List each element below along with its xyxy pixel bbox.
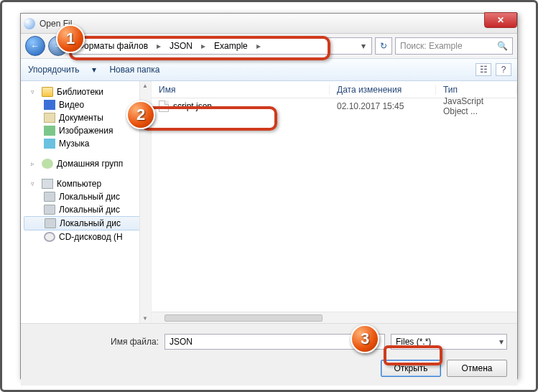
back-button[interactable]: ← bbox=[25, 36, 45, 56]
file-filter-dropdown[interactable]: Files (*.*)▾ bbox=[391, 334, 507, 350]
chevron-down-icon[interactable]: ▾ bbox=[357, 41, 370, 51]
chevron-down-icon: ▾ bbox=[92, 65, 96, 75]
sidebar-scrollbar[interactable] bbox=[139, 81, 151, 323]
images-icon bbox=[44, 126, 55, 136]
chevron-right-icon: ▸ bbox=[252, 41, 265, 51]
cancel-button[interactable]: Отмена bbox=[447, 360, 507, 377]
filename-label: Имя файла: bbox=[31, 337, 159, 347]
col-type[interactable]: Тип bbox=[436, 85, 517, 95]
refresh-icon: ↻ bbox=[380, 41, 387, 51]
refresh-button[interactable]: ↻ bbox=[375, 37, 392, 55]
file-name: script.json bbox=[173, 101, 212, 111]
open-file-dialog: Open Fil ✕ ← → Форматы файлов ▸ JSON ▸ E… bbox=[20, 13, 518, 379]
tree-disk-1[interactable]: Локальный дис bbox=[24, 190, 151, 203]
scroll-thumb[interactable] bbox=[164, 314, 323, 322]
filename-input[interactable]: JSON bbox=[164, 334, 385, 350]
crumb-2[interactable]: JSON bbox=[167, 39, 195, 52]
horizontal-scrollbar[interactable] bbox=[152, 312, 517, 323]
tree-documents[interactable]: Документы bbox=[24, 111, 151, 124]
tree-computer[interactable]: ▿Компьютер bbox=[24, 177, 151, 190]
chevron-right-icon: ▸ bbox=[152, 41, 165, 51]
window-title: Open Fil bbox=[40, 19, 72, 29]
disk-icon bbox=[44, 192, 55, 202]
close-button[interactable]: ✕ bbox=[484, 12, 517, 28]
nav-tree: ▿Библиотеки Видео Документы Изображения … bbox=[21, 81, 151, 248]
open-button[interactable]: Открыть bbox=[381, 360, 441, 377]
col-date[interactable]: Дата изменения bbox=[330, 85, 436, 95]
crumb-1[interactable]: Форматы файлов bbox=[75, 39, 151, 52]
dialog-body: ▿Библиотеки Видео Документы Изображения … bbox=[21, 81, 517, 324]
dialog-footer: Имя файла: JSON Files (*.*)▾ Открыть Отм… bbox=[21, 324, 517, 386]
tree-cd[interactable]: CD-дисковод (H bbox=[24, 230, 151, 243]
app-icon bbox=[24, 18, 35, 29]
file-list-pane: Имя Дата изменения Тип script.json 02.10… bbox=[152, 81, 517, 323]
chevron-right-icon: ▸ bbox=[197, 41, 210, 51]
tree-libraries[interactable]: ▿Библиотеки bbox=[24, 85, 151, 98]
search-input[interactable]: Поиск: Example 🔍 bbox=[395, 37, 513, 55]
help-button[interactable]: ? bbox=[496, 63, 511, 76]
file-icon bbox=[159, 101, 169, 112]
organize-menu[interactable]: Упорядочить bbox=[28, 65, 79, 75]
homegroup-icon bbox=[42, 159, 53, 169]
crumb-3[interactable]: Example bbox=[211, 39, 251, 52]
file-date: 02.10.2017 15:45 bbox=[330, 101, 436, 111]
computer-icon bbox=[42, 179, 53, 189]
nav-bar: ← → Форматы файлов ▸ JSON ▸ Example ▸ ▾ … bbox=[21, 34, 517, 58]
search-icon: 🔍 bbox=[497, 41, 508, 51]
chevron-down-icon: ▾ bbox=[499, 337, 504, 347]
file-type: JavaScript Object ... bbox=[436, 96, 517, 116]
view-icon: ☷ bbox=[480, 65, 488, 75]
titlebar: Open Fil ✕ bbox=[21, 14, 517, 34]
music-icon bbox=[44, 139, 55, 149]
help-icon: ? bbox=[501, 65, 506, 75]
expand-icon: ▿ bbox=[31, 88, 38, 95]
file-row[interactable]: script.json 02.10.2017 15:45 JavaScript … bbox=[152, 98, 517, 114]
col-name[interactable]: Имя bbox=[152, 85, 330, 95]
tree-disk-3[interactable]: Локальный дис bbox=[24, 216, 151, 230]
arrow-left-icon: ← bbox=[31, 41, 40, 51]
tree-disk-2[interactable]: Локальный дис bbox=[24, 203, 151, 216]
documents-icon bbox=[44, 113, 55, 123]
tree-music[interactable]: Музыка bbox=[24, 137, 151, 150]
libraries-icon bbox=[42, 87, 53, 97]
tree-homegroup[interactable]: ▹Домашняя групп bbox=[24, 157, 151, 170]
view-button[interactable]: ☷ bbox=[476, 63, 491, 76]
breadcrumb[interactable]: Форматы файлов ▸ JSON ▸ Example ▸ ▾ bbox=[71, 37, 372, 55]
forward-button[interactable]: → bbox=[48, 36, 68, 56]
expand-icon: ▹ bbox=[31, 160, 38, 167]
disk-icon bbox=[45, 218, 56, 228]
disk-icon bbox=[44, 205, 55, 215]
search-placeholder: Поиск: Example bbox=[400, 41, 463, 51]
arrow-right-icon: → bbox=[54, 41, 62, 51]
toolbar: Упорядочить ▾ Новая папка ☷ ? bbox=[21, 58, 517, 81]
tree-images[interactable]: Изображения bbox=[24, 124, 151, 137]
tree-video[interactable]: Видео bbox=[24, 98, 151, 111]
new-folder-button[interactable]: Новая папка bbox=[109, 65, 159, 75]
close-icon: ✕ bbox=[497, 15, 504, 25]
expand-icon: ▿ bbox=[31, 180, 38, 187]
sidebar: ▿Библиотеки Видео Документы Изображения … bbox=[21, 81, 152, 323]
cd-icon bbox=[44, 232, 55, 242]
video-icon bbox=[44, 100, 55, 110]
